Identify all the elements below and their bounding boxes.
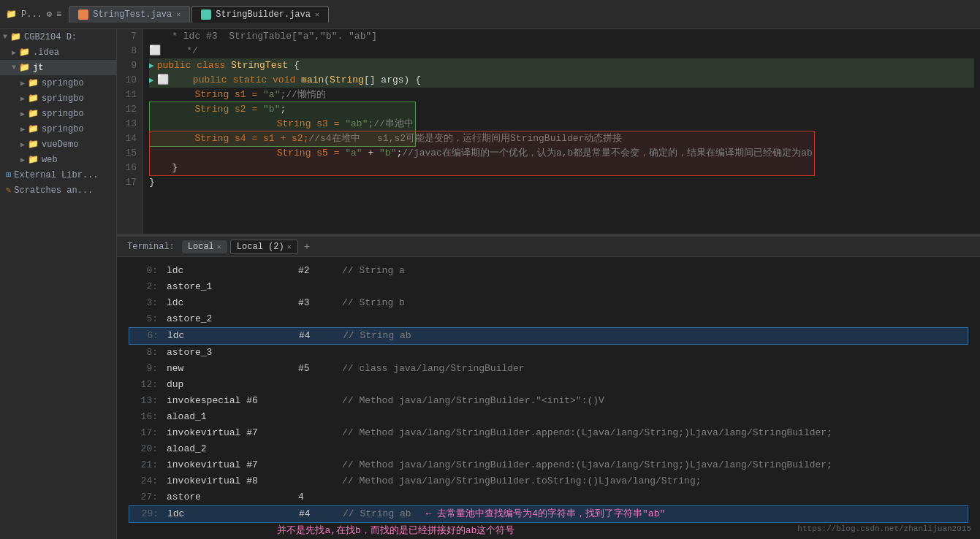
run-button-9[interactable]: ▶: [149, 58, 154, 73]
right-panel: 7 8 9 10 11 12 13 14 15 16 17 * ldc #3 S…: [117, 29, 980, 539]
term-line-6: 6: ldc #4 // String ab: [129, 327, 968, 345]
sidebar-item-external-libs[interactable]: ⊞ External Libr...: [0, 167, 116, 183]
annotation-line29: ← 去常量池中查找编号为4的字符串，找到了字符串"ab": [426, 506, 666, 522]
term-line-12: 12: dup: [129, 377, 968, 393]
project-label: 📁 P... ⚙ ≡: [6, 9, 61, 20]
tab-close-stringbuilder[interactable]: ✕: [315, 10, 319, 19]
arrow-icon: ▶: [20, 140, 25, 149]
folder-icon: 📁: [19, 62, 30, 73]
code-line-17: }: [149, 175, 974, 190]
term-line-0: 0: ldc #2 // String a: [129, 263, 968, 279]
tab-local2[interactable]: Local (2) ✕: [230, 240, 298, 254]
sidebar-item-idea[interactable]: ▶ 📁 .idea: [0, 45, 116, 60]
arrow-icon: ▼: [3, 33, 7, 41]
sidebar-item-cgb2104[interactable]: ▼ 📁 CGB2104 D:: [0, 29, 116, 45]
folder-icon: 📁: [28, 108, 39, 119]
top-bar: 📁 P... ⚙ ≡ StringTest.java ✕ StringBuild…: [0, 0, 980, 29]
code-line-10: ▶ ⬜ public static void main(String[] arg…: [149, 73, 974, 88]
main-layout: ▼ 📁 CGB2104 D: ▶ 📁 .idea ▼ 📁 jt ▶ 📁 spri…: [0, 29, 980, 539]
terminal: Terminal: Local ✕ Local (2) ✕ + 0: ldc #…: [117, 236, 980, 539]
code-line-9: ▶ public class StringTest {: [149, 58, 974, 73]
term-line-8: 8: astore_3: [129, 345, 968, 361]
arrow-icon: ▶: [12, 48, 16, 57]
sidebar: ▼ 📁 CGB2104 D: ▶ 📁 .idea ▼ 📁 jt ▶ 📁 spri…: [0, 29, 117, 539]
tab-close-stringtest[interactable]: ✕: [176, 10, 181, 19]
gutter-icon-10: ⬜: [157, 73, 169, 88]
url-bar: https://blog.csdn.net/zhanlijuan2015: [797, 524, 971, 533]
term-line-3: 3: ldc #3 // String b: [129, 295, 968, 311]
line-numbers: 7 8 9 10 11 12 13 14 15 16 17: [117, 29, 143, 234]
term-line-9: 9: new #5 // class java/lang/StringBuild…: [129, 361, 968, 377]
arrow-icon: ▶: [20, 156, 25, 164]
code-container: 7 8 9 10 11 12 13 14 15 16 17 * ldc #3 S…: [117, 29, 980, 234]
term-line-13: 13: invokespecial #6 // Method java/lang…: [129, 393, 968, 409]
folder-icon: 📁: [19, 47, 30, 58]
sidebar-item-springbo3[interactable]: ▶ 📁 springbo: [0, 106, 116, 121]
term-line-24: 24: invokevirtual #8 // Method java/lang…: [129, 473, 968, 489]
sidebar-item-scratches[interactable]: ✎ Scratches an...: [0, 183, 116, 198]
tab-bar: StringTest.java ✕ StringBuilder.java ✕: [69, 6, 329, 23]
sidebar-item-vuedemo[interactable]: ▶ 📁 vueDemo: [0, 137, 116, 152]
code-area: * ldc #3 StringTable["a","b". "ab"] ⬜ */…: [143, 29, 980, 234]
add-terminal-button[interactable]: +: [304, 241, 310, 253]
sidebar-item-web[interactable]: ▶ 📁 web: [0, 152, 116, 167]
menu-icon[interactable]: ≡: [56, 9, 61, 20]
tab-local2-close[interactable]: ✕: [287, 242, 292, 251]
arrow-icon: ▼: [12, 64, 16, 72]
scratches-icon: ✎: [6, 185, 11, 196]
code-line-11: String s1 = "a";//懒惰的: [149, 88, 974, 102]
sidebar-item-springbo4[interactable]: ▶ 📁 springbo: [0, 121, 116, 137]
folder-icon: 📁: [28, 123, 39, 134]
term-line-21: 21: invokevirtual #7 // Method java/lang…: [129, 457, 968, 473]
terminal-tabs: Terminal: Local ✕ Local (2) ✕ +: [117, 237, 980, 257]
code-line-15: String s5 = "a" + "b";//javac在编译期的一个优化，认…: [149, 146, 974, 161]
arrow-icon: ▶: [20, 125, 25, 134]
tab-local-close[interactable]: ✕: [217, 242, 221, 251]
folder-icon: 📁: [28, 154, 39, 165]
sidebar-item-springbo2[interactable]: ▶ 📁 springbo: [0, 91, 116, 106]
terminal-content[interactable]: 0: ldc #2 // String a 2: astore_1 3: ldc…: [117, 257, 980, 539]
project-icon: 📁: [6, 9, 17, 20]
folder-icon: 📁: [28, 139, 39, 150]
code-line-16: }: [149, 161, 974, 175]
arrow-icon: ▶: [20, 94, 25, 103]
sb-file-icon: [201, 9, 211, 20]
term-line-17: 17: invokevirtual #7 // Method java/lang…: [129, 425, 968, 441]
run-button-10[interactable]: ▶: [149, 73, 154, 88]
java-file-icon: [78, 9, 88, 20]
settings-icon[interactable]: ⚙: [47, 9, 52, 20]
gutter-icon-8: ⬜: [149, 44, 161, 58]
sidebar-item-jt[interactable]: ▼ 📁 jt: [0, 60, 116, 75]
arrow-icon: ▶: [20, 110, 25, 118]
folder-icon: 📁: [10, 31, 21, 42]
term-line-27: 27: astore 4: [129, 489, 968, 505]
term-line-16: 16: aload_1: [129, 409, 968, 425]
term-line-29: 29: ldc #4 // String ab ← 去常量池中查找编号为4的字符…: [129, 505, 968, 523]
tab-stringtest[interactable]: StringTest.java ✕: [69, 6, 190, 23]
term-line-20: 20: aload_2: [129, 441, 968, 457]
sidebar-item-springbo1[interactable]: ▶ 📁 springbo: [0, 75, 116, 91]
terminal-label: Terminal:: [123, 240, 179, 253]
term-line-5: 5: astore_2: [129, 311, 968, 327]
folder-icon: 📁: [28, 77, 39, 88]
code-line-13: String s3 = "ab";//串池中: [149, 117, 974, 131]
ext-libs-icon: ⊞: [6, 169, 11, 180]
term-line-2: 2: astore_1: [129, 279, 968, 295]
editor[interactable]: 7 8 9 10 11 12 13 14 15 16 17 * ldc #3 S…: [117, 29, 980, 234]
tab-stringbuilder[interactable]: StringBuilder.java ✕: [191, 6, 329, 23]
code-line-8: ⬜ */: [149, 44, 974, 58]
code-line-7: * ldc #3 StringTable["a","b". "ab"]: [149, 29, 974, 44]
arrow-icon: ▶: [20, 79, 25, 88]
folder-icon: 📁: [28, 93, 39, 104]
tab-local[interactable]: Local ✕: [182, 240, 227, 253]
